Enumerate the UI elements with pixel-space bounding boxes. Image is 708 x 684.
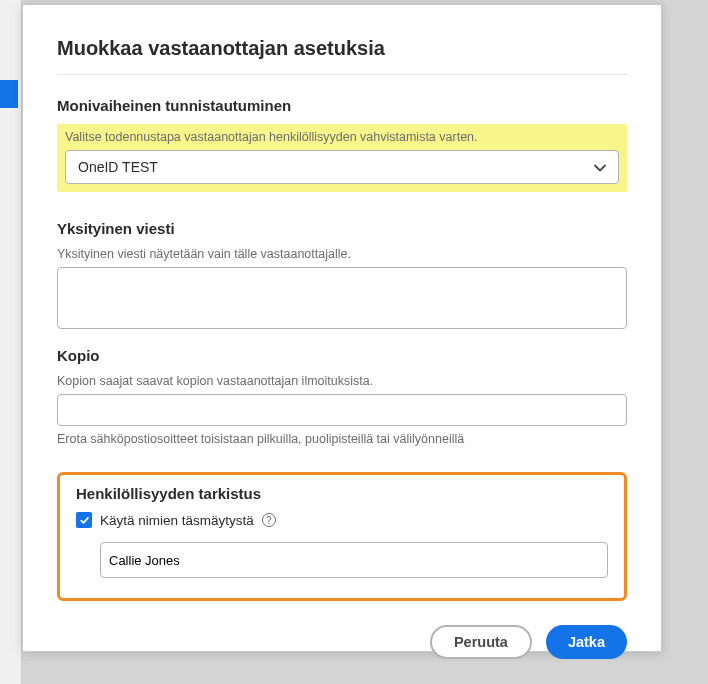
- copy-section: Kopio Kopion saajat saavat kopion vastaa…: [57, 347, 627, 452]
- bg-blue-button: [0, 80, 18, 108]
- continue-button[interactable]: Jatka: [546, 625, 627, 659]
- checkmark-icon: [79, 515, 90, 526]
- copy-title: Kopio: [57, 347, 627, 364]
- mfa-section-title: Monivaiheinen tunnistautuminen: [57, 97, 627, 114]
- name-match-label: Käytä nimien täsmäytystä: [100, 513, 254, 528]
- copy-hint: Erota sähköpostiosoitteet toisistaan pil…: [57, 432, 627, 446]
- mfa-selected-value: OneID TEST: [78, 159, 158, 175]
- divider: [57, 74, 627, 75]
- copy-helper: Kopion saajat saavat kopion vastaanottaj…: [57, 374, 627, 388]
- identity-section-title: Henkilöllisyyden tarkistus: [76, 485, 608, 502]
- private-message-title: Yksityinen viesti: [57, 220, 627, 237]
- modal-footer: Peruuta Jatka: [57, 601, 627, 659]
- private-message-textarea[interactable]: [57, 267, 627, 329]
- private-message-helper: Yksityinen viesti näytetään vain tälle v…: [57, 247, 627, 261]
- name-input-wrap: [100, 542, 608, 578]
- identity-check-highlight: Henkilöllisyyden tarkistus Käytä nimien …: [57, 472, 627, 601]
- recipient-name-input[interactable]: [100, 542, 608, 578]
- chevron-down-icon: [594, 158, 606, 176]
- help-icon[interactable]: ?: [262, 513, 276, 527]
- edit-recipient-settings-modal: Muokkaa vastaanottajan asetuksia Monivai…: [22, 4, 662, 652]
- copy-recipients-input[interactable]: [57, 394, 627, 426]
- name-match-checkbox[interactable]: [76, 512, 92, 528]
- modal-title: Muokkaa vastaanottajan asetuksia: [57, 37, 627, 60]
- bg-left-column: [0, 0, 22, 684]
- mfa-highlight: Valitse todennustapa vastaanottajan henk…: [57, 124, 627, 192]
- cancel-button[interactable]: Peruuta: [430, 625, 532, 659]
- mfa-method-select[interactable]: OneID TEST: [65, 150, 619, 184]
- private-message-section: Yksityinen viesti Yksityinen viesti näyt…: [57, 220, 627, 333]
- name-match-row: Käytä nimien täsmäytystä ?: [76, 512, 608, 528]
- mfa-section: Monivaiheinen tunnistautuminen Valitse t…: [57, 97, 627, 206]
- mfa-helper-text: Valitse todennustapa vastaanottajan henk…: [65, 130, 619, 144]
